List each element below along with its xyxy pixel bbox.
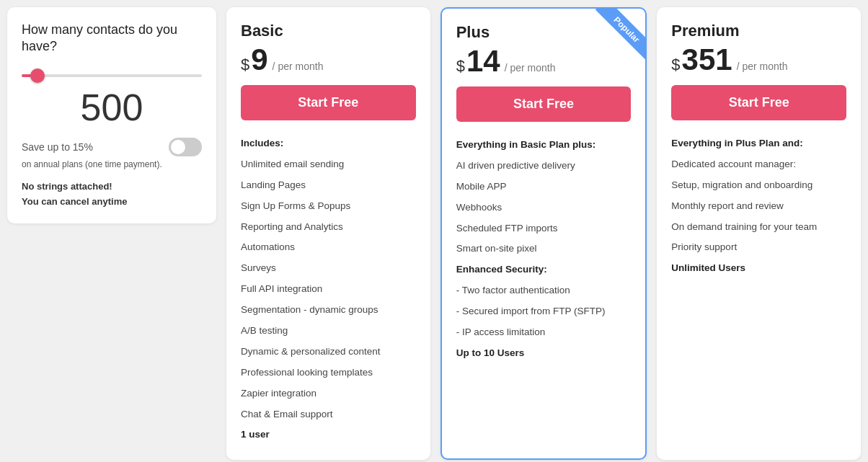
price-row-basic: $9/ per month	[241, 45, 416, 75]
price-dollar-plus: $	[456, 57, 465, 76]
no-strings: No strings attached! You can cancel anyt…	[22, 179, 202, 210]
feature-item: Unlimited Users	[671, 258, 846, 279]
feature-item: Priority support	[671, 237, 846, 258]
feature-item: Surveys	[241, 258, 416, 279]
feature-item: - Secured import from FTP (SFTP)	[456, 301, 632, 322]
page-container: How many contacts do you have? 500 Save …	[7, 7, 861, 460]
feature-item: Full API integration	[241, 279, 416, 300]
feature-list-premium: Everything in Plus Plan and:Dedicated ac…	[671, 133, 846, 279]
feature-item: Scheduled FTP imports	[456, 218, 632, 239]
feature-item: Webhooks	[456, 197, 632, 218]
pricing-card-premium: Premium$351/ per monthStart FreeEverythi…	[657, 7, 861, 460]
contact-count: 500	[22, 86, 202, 129]
price-period-premium: / per month	[737, 61, 788, 72]
feature-item: Up to 10 Users	[456, 343, 632, 364]
feature-item: 1 user	[241, 425, 416, 445]
price-row-premium: $351/ per month	[671, 45, 846, 75]
feature-item: AI driven predictive delivery	[456, 156, 632, 177]
cards-container: Basic$9/ per monthStart FreeIncludes:Unl…	[226, 7, 861, 460]
pricing-card-plus: PopularPlus$14/ per monthStart FreeEvery…	[440, 7, 647, 460]
feature-item: Includes:	[241, 133, 416, 154]
feature-item: Automations	[241, 237, 416, 258]
price-amount-basic: 9	[251, 45, 267, 75]
contacts-question: How many contacts do you have?	[22, 22, 202, 55]
price-period-basic: / per month	[273, 61, 324, 72]
feature-list-basic: Includes:Unlimited email sendingLanding …	[241, 133, 416, 445]
pricing-card-basic: Basic$9/ per monthStart FreeIncludes:Unl…	[226, 7, 430, 460]
feature-item: Professional looking templates	[241, 363, 416, 383]
feature-item: A/B testing	[241, 321, 416, 342]
feature-list-plus: Everything in Basic Plan plus:AI driven …	[456, 135, 632, 364]
card-title-premium: Premium	[671, 22, 846, 40]
feature-item: Segmentation - dynamic groups	[241, 300, 416, 321]
price-row-plus: $14/ per month	[456, 46, 632, 76]
feature-item: Reporting and Analytics	[241, 217, 416, 238]
feature-item: Everything in Basic Plan plus:	[456, 135, 632, 156]
slider-container	[22, 67, 202, 80]
feature-item: - IP access limitation	[456, 322, 632, 343]
feature-item: Dedicated account manager:	[671, 154, 846, 175]
feature-item: Landing Pages	[241, 175, 416, 196]
feature-item: Monthly report and review	[671, 196, 846, 217]
card-title-plus: Plus	[456, 23, 632, 42]
save-row: Save up to 15%	[22, 138, 202, 156]
price-amount-plus: 14	[466, 46, 500, 76]
feature-item: Zapier integration	[241, 383, 416, 404]
feature-item: Mobile APP	[456, 177, 632, 197]
save-label: Save up to 15%	[22, 141, 93, 153]
feature-item: On demand training for your team	[671, 217, 846, 238]
start-free-button-basic[interactable]: Start Free	[241, 85, 416, 120]
contacts-slider[interactable]	[22, 74, 202, 77]
feature-item: Dynamic & personalized content	[241, 342, 416, 363]
card-title-basic: Basic	[241, 22, 416, 40]
annual-toggle[interactable]	[169, 138, 202, 156]
toggle-slider	[169, 138, 202, 156]
feature-item: Sign Up Forms & Popups	[241, 196, 416, 217]
price-amount-premium: 351	[682, 45, 732, 75]
start-free-button-premium[interactable]: Start Free	[671, 85, 846, 120]
feature-item: Enhanced Security:	[456, 259, 632, 280]
feature-item: Unlimited email sending	[241, 154, 416, 175]
feature-item: - Two factor authentication	[456, 280, 632, 301]
start-free-button-plus[interactable]: Start Free	[456, 86, 632, 122]
feature-item: Chat & Email support	[241, 404, 416, 425]
feature-item: Everything in Plus Plan and:	[671, 133, 846, 154]
feature-item: Smart on-site pixel	[456, 239, 632, 259]
price-period-plus: / per month	[505, 62, 556, 74]
price-dollar-premium: $	[671, 55, 680, 74]
price-dollar-basic: $	[241, 55, 249, 74]
annual-note: on annual plans (one time payment).	[22, 159, 202, 169]
left-panel: How many contacts do you have? 500 Save …	[7, 7, 216, 223]
feature-item: Setup, migration and onboarding	[671, 175, 846, 196]
